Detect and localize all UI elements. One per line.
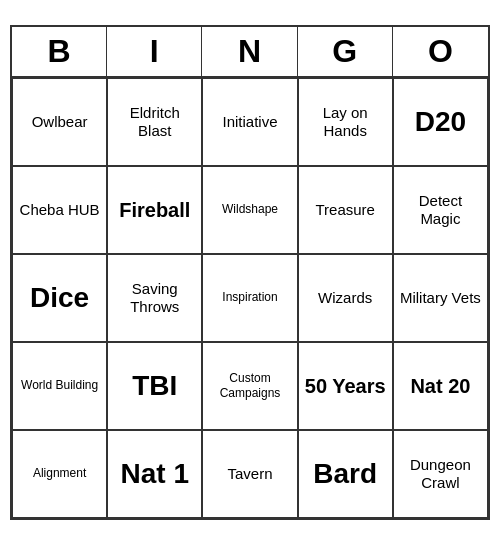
bingo-grid: OwlbearEldritch BlastInitiativeLay on Ha… bbox=[12, 78, 488, 518]
bingo-header: BINGO bbox=[12, 27, 488, 78]
bingo-cell-9: Detect Magic bbox=[393, 166, 488, 254]
bingo-cell-14: Military Vets bbox=[393, 254, 488, 342]
bingo-cell-21: Nat 1 bbox=[107, 430, 202, 518]
bingo-cell-8: Treasure bbox=[298, 166, 393, 254]
header-letter-b: B bbox=[12, 27, 107, 76]
bingo-cell-12: Inspiration bbox=[202, 254, 297, 342]
header-letter-g: G bbox=[298, 27, 393, 76]
bingo-cell-0: Owlbear bbox=[12, 78, 107, 166]
bingo-cell-18: 50 Years bbox=[298, 342, 393, 430]
bingo-cell-22: Tavern bbox=[202, 430, 297, 518]
bingo-cell-3: Lay on Hands bbox=[298, 78, 393, 166]
bingo-cell-13: Wizards bbox=[298, 254, 393, 342]
bingo-cell-20: Alignment bbox=[12, 430, 107, 518]
header-letter-o: O bbox=[393, 27, 488, 76]
bingo-cell-11: Saving Throws bbox=[107, 254, 202, 342]
header-letter-i: I bbox=[107, 27, 202, 76]
header-letter-n: N bbox=[202, 27, 297, 76]
bingo-cell-10: Dice bbox=[12, 254, 107, 342]
bingo-cell-15: World Building bbox=[12, 342, 107, 430]
bingo-cell-2: Initiative bbox=[202, 78, 297, 166]
bingo-cell-23: Bard bbox=[298, 430, 393, 518]
bingo-cell-4: D20 bbox=[393, 78, 488, 166]
bingo-cell-5: Cheba HUB bbox=[12, 166, 107, 254]
bingo-cell-16: TBI bbox=[107, 342, 202, 430]
bingo-cell-24: Dungeon Crawl bbox=[393, 430, 488, 518]
bingo-cell-6: Fireball bbox=[107, 166, 202, 254]
bingo-cell-19: Nat 20 bbox=[393, 342, 488, 430]
bingo-card: BINGO OwlbearEldritch BlastInitiativeLay… bbox=[10, 25, 490, 520]
bingo-cell-7: Wildshape bbox=[202, 166, 297, 254]
bingo-cell-1: Eldritch Blast bbox=[107, 78, 202, 166]
bingo-cell-17: Custom Campaigns bbox=[202, 342, 297, 430]
